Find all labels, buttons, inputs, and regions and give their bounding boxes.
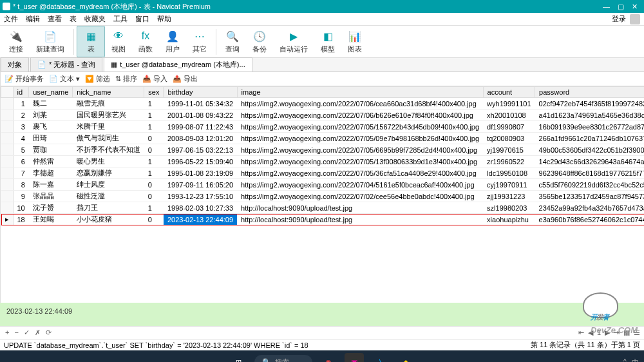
col-header-user_name[interactable]: user_name: [29, 87, 73, 98]
cell-sex[interactable]: 1: [144, 156, 164, 167]
grid-tool[interactable]: 📄 文本 ▾: [49, 74, 80, 84]
nav-delete-button[interactable]: −: [13, 329, 19, 337]
col-header-image[interactable]: image: [237, 87, 483, 98]
cell-id[interactable]: 2: [13, 110, 29, 121]
cell-sex[interactable]: 0: [144, 133, 164, 144]
cell-password[interactable]: a41d1623a749691a5465e36d38cf3d: [535, 110, 644, 121]
cell-nick_name[interactable]: 挡刀王: [73, 202, 144, 214]
cell-user_name[interactable]: 张晶晶: [29, 191, 73, 202]
tool-图表[interactable]: 📊图表: [341, 26, 368, 57]
menu-help[interactable]: 帮助: [157, 14, 171, 24]
page-last-button[interactable]: ⇥: [614, 329, 620, 337]
cell-image[interactable]: https://img2.woyaogexing.com/2022/07/04/…: [237, 179, 483, 191]
cell-image[interactable]: https://img2.woyaogexing.com/2022/07/05/…: [237, 133, 483, 144]
tool-其它[interactable]: ⋯其它: [186, 26, 213, 57]
menu-table[interactable]: 表: [70, 14, 77, 24]
cell-id[interactable]: 8: [13, 179, 29, 191]
cell-password[interactable]: 16b091939e9ee8301c26772ad87f3: [535, 121, 644, 133]
cell-sex[interactable]: 0: [144, 144, 164, 156]
cell-id[interactable]: 5: [13, 144, 29, 156]
tool-函数[interactable]: fx函数: [132, 26, 159, 57]
vscode-icon[interactable]: ⟩: [370, 353, 390, 362]
cell-password[interactable]: 02cf9472eb7454f365f8199972482d6: [535, 98, 644, 110]
cell-password[interactable]: 3565be1233517d2459ac87f9457363: [535, 191, 644, 202]
cell-nick_name[interactable]: 国民暖男张艺兴: [73, 110, 144, 121]
table-row[interactable]: 6仲然雷暖心男生11996-05-22 15:09:40https://img2…: [1, 156, 645, 167]
table-row[interactable]: 1魏二融雪无痕11999-11-01 05:34:32https://img2.…: [1, 98, 645, 110]
table-row[interactable]: 4田琦傲气与我同生02008-09-03 12:01:20https://img…: [1, 133, 645, 144]
cell-password[interactable]: 49b00c53605df3422c051b2f39000: [535, 144, 644, 156]
page-first-button[interactable]: ⇤: [578, 329, 584, 337]
menu-edit[interactable]: 编辑: [26, 14, 40, 24]
table-row[interactable]: 9张晶晶磁性泛滥01993-12-23 17:55:10https://img2…: [1, 191, 645, 202]
cell-account[interactable]: szl19980203: [483, 202, 535, 214]
cell-sex[interactable]: 0: [144, 214, 164, 225]
cell-sex[interactable]: 0: [144, 179, 164, 191]
cell-account[interactable]: zr19960522: [483, 156, 535, 167]
col-header-birthday[interactable]: birthday: [164, 87, 237, 98]
cell-birthday[interactable]: 1997-09-11 16:05:20: [164, 179, 237, 191]
start-button[interactable]: ⊞: [229, 353, 248, 362]
login-link[interactable]: 登录: [612, 14, 626, 24]
cell-account[interactable]: wyh19991101: [483, 98, 535, 110]
cell-nick_name[interactable]: 绅士风度: [73, 179, 144, 191]
grid-tool[interactable]: 📤 导出: [173, 74, 198, 84]
menu-favorites[interactable]: 收藏夹: [84, 14, 106, 24]
cell-sex[interactable]: 1: [144, 110, 164, 121]
tool-备份[interactable]: 🕓备份: [246, 26, 273, 57]
cell-user_name[interactable]: 沈子赟: [29, 202, 73, 214]
cell-password[interactable]: c55d5f76092219dd6f32cc4bc52c5: [535, 179, 644, 191]
cell-image[interactable]: http://localhost:9090/upload/test.jpg: [237, 202, 483, 214]
cell-sex[interactable]: 1: [144, 98, 164, 110]
maximize-button[interactable]: ▢: [618, 3, 624, 11]
cell-id[interactable]: 9: [13, 191, 29, 202]
close-button[interactable]: ✕: [632, 3, 638, 11]
cell-user_name[interactable]: 陈一嘉: [29, 179, 73, 191]
cell-user_name[interactable]: 李德超: [29, 167, 73, 179]
col-header-nick_name[interactable]: nick_name: [73, 87, 144, 98]
cell-password[interactable]: 14c29d43c66d32629643a64674ab64: [535, 156, 644, 167]
tool-用户[interactable]: 👤用户: [159, 26, 186, 57]
tool-表[interactable]: ▦表: [77, 26, 105, 57]
cell-image[interactable]: https://img2.woyaogexing.com/2022/07/06/…: [237, 98, 483, 110]
cell-nick_name[interactable]: 傲气与我同生: [73, 133, 144, 144]
cell-account[interactable]: tq20080903: [483, 133, 535, 144]
cell-image[interactable]: https://img2.woyaogexing.com/2022/07/05/…: [237, 144, 483, 156]
grid-tool[interactable]: ⇅ 排序: [115, 74, 137, 84]
tray-up-icon[interactable]: ^: [623, 357, 627, 363]
menu-tools[interactable]: 工具: [113, 14, 128, 24]
cell-birthday[interactable]: 1998-02-03 10:27:33: [164, 202, 237, 214]
cell-id[interactable]: 7: [13, 167, 29, 179]
cell-birthday[interactable]: 2001-01-08 09:43:22: [164, 110, 237, 121]
taskbar-search[interactable]: 🔍 搜索: [254, 355, 312, 363]
nav-add-button[interactable]: +: [4, 329, 10, 337]
table-row[interactable]: 10沈子赟挡刀王11998-02-03 10:27:33http://local…: [1, 202, 645, 214]
cell-password[interactable]: 96239648ff86c8168d19776215f7791: [535, 167, 644, 179]
cell-sex[interactable]: 1: [144, 202, 164, 214]
tool-连接[interactable]: 🔌连接: [3, 26, 30, 57]
intellij-icon[interactable]: ▣: [345, 353, 364, 362]
grid-tool[interactable]: 🔽 筛选: [85, 74, 110, 84]
cell-image[interactable]: https://img2.woyaogexing.com/2022/07/05/…: [237, 121, 483, 133]
cell-user_name[interactable]: 王知喝: [29, 214, 73, 225]
minimize-button[interactable]: —: [603, 3, 610, 11]
cell-user_name[interactable]: 刘某: [29, 110, 73, 121]
cell-password[interactable]: e3a960b76f86e52746062c1c074424: [535, 214, 644, 225]
cell-nick_name[interactable]: 融雪无痕: [73, 98, 144, 110]
cell-id[interactable]: 6: [13, 156, 29, 167]
cell-birthday[interactable]: 2008-09-03 12:01:20: [164, 133, 237, 144]
table-row[interactable]: 5贾珈不折季不代表不知道01997-06-15 03:22:13https://…: [1, 144, 645, 156]
grid-tool[interactable]: 📥 导入: [142, 74, 167, 84]
cell-sex[interactable]: 0: [144, 191, 164, 202]
menu-window[interactable]: 窗口: [135, 14, 149, 24]
cell-id[interactable]: 1: [13, 98, 29, 110]
col-header-account[interactable]: account: [483, 87, 535, 98]
cell-user_name[interactable]: 仲然雷: [29, 156, 73, 167]
col-header-sex[interactable]: sex: [144, 87, 164, 98]
nav-refresh-button[interactable]: ⟳: [44, 329, 53, 337]
cell-birthday[interactable]: 1999-08-07 11:22:43: [164, 121, 237, 133]
table-row[interactable]: 8陈一嘉绅士风度01997-09-11 16:05:20https://img2…: [1, 179, 645, 191]
cell-user_name[interactable]: 裹飞: [29, 121, 73, 133]
cell-id[interactable]: 18: [13, 214, 29, 225]
tool-模型[interactable]: ◧模型: [314, 26, 341, 57]
